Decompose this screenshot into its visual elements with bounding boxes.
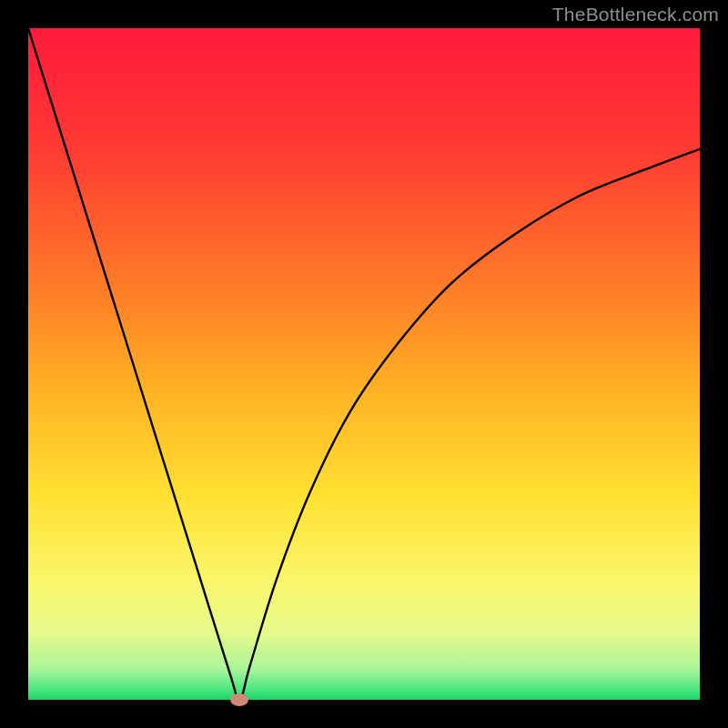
bottleneck-curve [28, 28, 700, 700]
watermark: TheBottleneck.com [552, 4, 719, 25]
chart-container: TheBottleneck.com [0, 0, 728, 728]
minimum-marker [230, 693, 248, 706]
plot-area [28, 28, 700, 700]
